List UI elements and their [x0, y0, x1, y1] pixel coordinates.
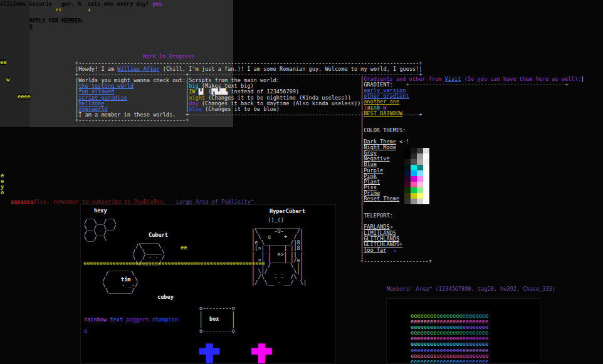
- text-run: ↓: [88, 6, 91, 13]
- theme-swatch: [423, 182, 429, 187]
- text-run: ee: [181, 244, 187, 251]
- theme-swatch: [417, 153, 423, 159]
- text-run: Work In Progress: [143, 53, 195, 60]
- text-run: <-!: [396, 138, 409, 145]
- text-run: \__/ \: [84, 236, 107, 242]
- theme-swatch: [411, 165, 417, 170]
- theme-swatch: [417, 148, 423, 153]
- theme-swatch: [404, 199, 411, 204]
- wip-label: Work In Progress: [143, 54, 195, 60]
- theme-swatch: [417, 176, 423, 182]
- theme-swatch: [404, 165, 411, 170]
- theme-swatch: [411, 193, 417, 199]
- text-run: @: [29, 23, 33, 29]
- yellow-ee-left: ee: [0, 60, 6, 65]
- text-run: |: [581, 76, 584, 82]
- text-run: eeee: [18, 93, 31, 100]
- theme-reset[interactable]: Reset Theme: [364, 195, 399, 202]
- publicity-line: sssssssAlso, remember to subscribe to Pe…: [11, 199, 254, 205]
- theme-swatch: [411, 159, 417, 165]
- theme-swatch: [417, 199, 423, 204]
- text-run: [61, 6, 87, 13]
- text-run: ██: [199, 357, 213, 363]
- theme-swatch: [417, 182, 423, 187]
- theme-swatch: [423, 148, 429, 153]
- text-run: tim: [121, 276, 131, 283]
- theme-swatch: [423, 199, 429, 204]
- theme-swatch: [411, 153, 417, 159]
- theme-swatch: [411, 182, 417, 187]
- text-run: +: [186, 117, 189, 123]
- members-title: Members' Area™ (1234567890, tag20, hw392…: [387, 286, 555, 292]
- theme-swatch: [417, 159, 423, 165]
- text-run: |COLOR THEMES:: [360, 127, 406, 133]
- hypercubert-art: ()_() ______________ |\ -U- /| | \ e + /…: [248, 217, 307, 286]
- theme-swatch: [423, 170, 429, 176]
- theme-swatch: [423, 187, 429, 193]
- text-run: w: [6, 76, 9, 83]
- tp-too-far[interactable]: too far: [364, 247, 386, 253]
- theme-swatch: [404, 153, 411, 159]
- theme-swatch: [423, 176, 429, 182]
- text-run: poggers: [126, 316, 152, 323]
- text-run: ee: [0, 59, 6, 65]
- theme-swatch: [423, 153, 429, 159]
- text-run: [166, 199, 176, 205]
- text-run: text: [110, 316, 126, 323]
- text-run: eeeeeeee: [411, 358, 436, 364]
- theme-swatch: [423, 159, 429, 165]
- text-run: |TELEPORT:: [360, 212, 393, 219]
- top-left-text: elicious Lucario ger, h eats one every d…: [0, 1, 162, 29]
- text-run: eeeeeeee: [463, 358, 488, 364]
- hexy-art: __ __/ \__/ \\__/ \__// \__/\__/ \: [84, 214, 117, 242]
- text-world-canvas[interactable]: elicious Lucario ger, h eats one every d…: [0, 0, 603, 364]
- left-vertical-letters: eeyo: [1, 173, 4, 195]
- text-run: ↑↑: [55, 6, 61, 13]
- theme-swatch: [404, 176, 411, 182]
- theme-swatch: [417, 170, 423, 176]
- text-run: [0, 23, 29, 29]
- theme-swatch: [404, 193, 411, 199]
- text-run: |/ \__ - __/ \|: [248, 279, 307, 286]
- text-run: o: [1, 189, 4, 195]
- text-run: Large Area of Publicity™: [176, 199, 254, 205]
- text-run: eeeeeeee: [436, 358, 462, 364]
- text-run: HyperCübert: [270, 208, 305, 214]
- theme-swatch: [411, 148, 417, 153]
- figure-blue: ████████ ██ ██: [199, 345, 220, 363]
- theme-swatch: [417, 165, 423, 170]
- box-label: box: [209, 316, 219, 322]
- text-run: cubey: [157, 294, 174, 300]
- right-panel-text: |Gradients and other from Visit (So you …: [360, 76, 584, 264]
- text-run: [0, 6, 55, 13]
- cubey-label: cubey: [157, 294, 174, 300]
- text-run: rainbow: [84, 316, 110, 323]
- text-run: yes: [149, 1, 162, 7]
- text-run: ██: [251, 357, 265, 363]
- rainbow-caption: rainbow text poggers champion: [84, 317, 178, 323]
- members-gradient: eeeeeeeeeeeeeeeeeeeeeeeeeeeeeeeeeeeeeeee…: [411, 313, 488, 364]
- text-run: [386, 247, 392, 253]
- theme-swatch: [423, 165, 429, 170]
- tim-art: _______ / \ / \ \ - _-/ \_______/: [99, 266, 138, 294]
- text-run: sssssss: [11, 199, 33, 205]
- theme-swatch: [404, 170, 411, 176]
- link-visit[interactable]: Visit: [445, 76, 461, 82]
- theme-swatch: [404, 187, 411, 193]
- text-run: \_______/: [99, 288, 135, 294]
- theme-swatch: [411, 187, 417, 193]
- text-run: Members' Area™ (1234567890, tag20, hw392…: [387, 286, 555, 292]
- tim-label: tim: [121, 277, 131, 283]
- theme-swatch: [411, 176, 417, 182]
- theme-swatch: [404, 159, 411, 165]
- text-run: Also, remember to subscribe to PewDiePie…: [33, 199, 166, 205]
- theme-swatch: [404, 182, 411, 187]
- text-run: ---------------------------------: [78, 117, 186, 123]
- text-run: e: [84, 328, 87, 334]
- yellow-w-left: w: [6, 77, 9, 83]
- link-best-rainbow[interactable]: BEST RAINBOW: [364, 110, 402, 117]
- text-run: +: [429, 258, 432, 264]
- theme-swatch: [411, 199, 417, 204]
- text-run: box: [209, 316, 219, 322]
- theme-swatch: [417, 187, 423, 193]
